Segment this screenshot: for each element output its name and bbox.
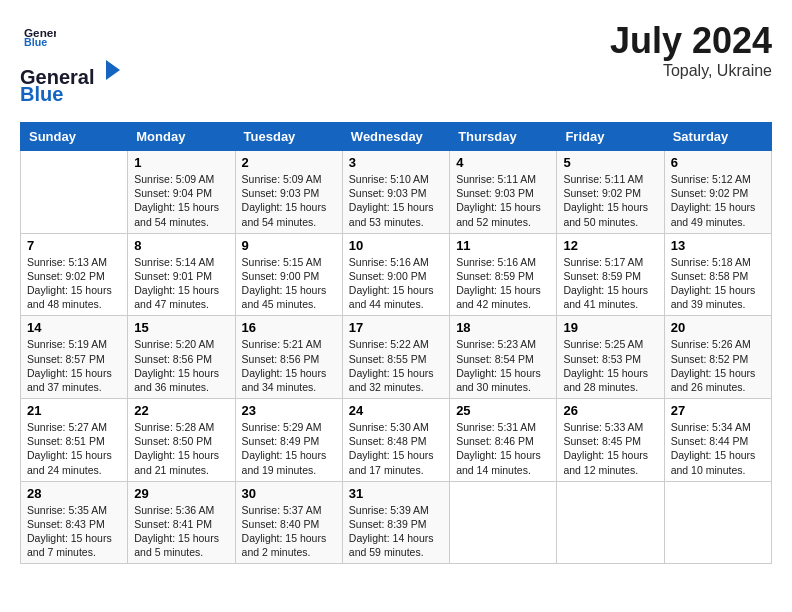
day-number: 28 bbox=[27, 486, 121, 501]
logo-icon: General Blue bbox=[24, 20, 56, 52]
calendar-week-row: 21Sunrise: 5:27 AM Sunset: 8:51 PM Dayli… bbox=[21, 399, 772, 482]
calendar-cell: 20Sunrise: 5:26 AM Sunset: 8:52 PM Dayli… bbox=[664, 316, 771, 399]
calendar-cell: 4Sunrise: 5:11 AM Sunset: 9:03 PM Daylig… bbox=[450, 151, 557, 234]
calendar-cell: 3Sunrise: 5:10 AM Sunset: 9:03 PM Daylig… bbox=[342, 151, 449, 234]
calendar-cell: 11Sunrise: 5:16 AM Sunset: 8:59 PM Dayli… bbox=[450, 233, 557, 316]
cell-info: Sunrise: 5:12 AM Sunset: 9:02 PM Dayligh… bbox=[671, 172, 765, 229]
svg-marker-3 bbox=[106, 60, 120, 80]
cell-info: Sunrise: 5:25 AM Sunset: 8:53 PM Dayligh… bbox=[563, 337, 657, 394]
title-block: July 2024 Topaly, Ukraine bbox=[610, 20, 772, 80]
weekday-header-saturday: Saturday bbox=[664, 123, 771, 151]
cell-info: Sunrise: 5:19 AM Sunset: 8:57 PM Dayligh… bbox=[27, 337, 121, 394]
cell-info: Sunrise: 5:37 AM Sunset: 8:40 PM Dayligh… bbox=[242, 503, 336, 560]
day-number: 23 bbox=[242, 403, 336, 418]
day-number: 31 bbox=[349, 486, 443, 501]
cell-info: Sunrise: 5:16 AM Sunset: 8:59 PM Dayligh… bbox=[456, 255, 550, 312]
day-number: 16 bbox=[242, 320, 336, 335]
calendar-cell: 21Sunrise: 5:27 AM Sunset: 8:51 PM Dayli… bbox=[21, 399, 128, 482]
day-number: 26 bbox=[563, 403, 657, 418]
cell-info: Sunrise: 5:20 AM Sunset: 8:56 PM Dayligh… bbox=[134, 337, 228, 394]
day-number: 12 bbox=[563, 238, 657, 253]
calendar-cell bbox=[450, 481, 557, 564]
calendar-cell bbox=[557, 481, 664, 564]
calendar-cell: 5Sunrise: 5:11 AM Sunset: 9:02 PM Daylig… bbox=[557, 151, 664, 234]
cell-info: Sunrise: 5:28 AM Sunset: 8:50 PM Dayligh… bbox=[134, 420, 228, 477]
calendar-cell: 17Sunrise: 5:22 AM Sunset: 8:55 PM Dayli… bbox=[342, 316, 449, 399]
cell-info: Sunrise: 5:18 AM Sunset: 8:58 PM Dayligh… bbox=[671, 255, 765, 312]
day-number: 19 bbox=[563, 320, 657, 335]
day-number: 20 bbox=[671, 320, 765, 335]
day-number: 24 bbox=[349, 403, 443, 418]
day-number: 29 bbox=[134, 486, 228, 501]
calendar-cell bbox=[664, 481, 771, 564]
cell-info: Sunrise: 5:09 AM Sunset: 9:03 PM Dayligh… bbox=[242, 172, 336, 229]
cell-info: Sunrise: 5:17 AM Sunset: 8:59 PM Dayligh… bbox=[563, 255, 657, 312]
calendar-cell: 8Sunrise: 5:14 AM Sunset: 9:01 PM Daylig… bbox=[128, 233, 235, 316]
logo-arrow-icon bbox=[96, 56, 124, 84]
cell-info: Sunrise: 5:09 AM Sunset: 9:04 PM Dayligh… bbox=[134, 172, 228, 229]
calendar-cell bbox=[21, 151, 128, 234]
weekday-header-monday: Monday bbox=[128, 123, 235, 151]
calendar-cell: 14Sunrise: 5:19 AM Sunset: 8:57 PM Dayli… bbox=[21, 316, 128, 399]
cell-info: Sunrise: 5:15 AM Sunset: 9:00 PM Dayligh… bbox=[242, 255, 336, 312]
day-number: 13 bbox=[671, 238, 765, 253]
day-number: 22 bbox=[134, 403, 228, 418]
calendar-cell: 7Sunrise: 5:13 AM Sunset: 9:02 PM Daylig… bbox=[21, 233, 128, 316]
calendar-cell: 12Sunrise: 5:17 AM Sunset: 8:59 PM Dayli… bbox=[557, 233, 664, 316]
calendar-cell: 18Sunrise: 5:23 AM Sunset: 8:54 PM Dayli… bbox=[450, 316, 557, 399]
day-number: 5 bbox=[563, 155, 657, 170]
cell-info: Sunrise: 5:10 AM Sunset: 9:03 PM Dayligh… bbox=[349, 172, 443, 229]
calendar-cell: 26Sunrise: 5:33 AM Sunset: 8:45 PM Dayli… bbox=[557, 399, 664, 482]
cell-info: Sunrise: 5:11 AM Sunset: 9:03 PM Dayligh… bbox=[456, 172, 550, 229]
weekday-header-tuesday: Tuesday bbox=[235, 123, 342, 151]
calendar-cell: 15Sunrise: 5:20 AM Sunset: 8:56 PM Dayli… bbox=[128, 316, 235, 399]
day-number: 21 bbox=[27, 403, 121, 418]
weekday-header-friday: Friday bbox=[557, 123, 664, 151]
day-number: 2 bbox=[242, 155, 336, 170]
calendar-cell: 27Sunrise: 5:34 AM Sunset: 8:44 PM Dayli… bbox=[664, 399, 771, 482]
cell-info: Sunrise: 5:27 AM Sunset: 8:51 PM Dayligh… bbox=[27, 420, 121, 477]
calendar-cell: 1Sunrise: 5:09 AM Sunset: 9:04 PM Daylig… bbox=[128, 151, 235, 234]
cell-info: Sunrise: 5:34 AM Sunset: 8:44 PM Dayligh… bbox=[671, 420, 765, 477]
calendar-week-row: 28Sunrise: 5:35 AM Sunset: 8:43 PM Dayli… bbox=[21, 481, 772, 564]
cell-info: Sunrise: 5:35 AM Sunset: 8:43 PM Dayligh… bbox=[27, 503, 121, 560]
day-number: 7 bbox=[27, 238, 121, 253]
month-year-title: July 2024 bbox=[610, 20, 772, 62]
cell-info: Sunrise: 5:30 AM Sunset: 8:48 PM Dayligh… bbox=[349, 420, 443, 477]
cell-info: Sunrise: 5:11 AM Sunset: 9:02 PM Dayligh… bbox=[563, 172, 657, 229]
calendar-week-row: 14Sunrise: 5:19 AM Sunset: 8:57 PM Dayli… bbox=[21, 316, 772, 399]
day-number: 3 bbox=[349, 155, 443, 170]
calendar-cell: 10Sunrise: 5:16 AM Sunset: 9:00 PM Dayli… bbox=[342, 233, 449, 316]
calendar-cell: 29Sunrise: 5:36 AM Sunset: 8:41 PM Dayli… bbox=[128, 481, 235, 564]
cell-info: Sunrise: 5:29 AM Sunset: 8:49 PM Dayligh… bbox=[242, 420, 336, 477]
calendar-body: 1Sunrise: 5:09 AM Sunset: 9:04 PM Daylig… bbox=[21, 151, 772, 564]
page-header: General Blue General Blue July 2024 Topa… bbox=[20, 20, 772, 106]
cell-info: Sunrise: 5:16 AM Sunset: 9:00 PM Dayligh… bbox=[349, 255, 443, 312]
day-number: 25 bbox=[456, 403, 550, 418]
weekday-header-row: SundayMondayTuesdayWednesdayThursdayFrid… bbox=[21, 123, 772, 151]
calendar-cell: 25Sunrise: 5:31 AM Sunset: 8:46 PM Dayli… bbox=[450, 399, 557, 482]
day-number: 4 bbox=[456, 155, 550, 170]
day-number: 11 bbox=[456, 238, 550, 253]
calendar-cell: 30Sunrise: 5:37 AM Sunset: 8:40 PM Dayli… bbox=[235, 481, 342, 564]
svg-text:Blue: Blue bbox=[24, 36, 47, 48]
calendar-cell: 28Sunrise: 5:35 AM Sunset: 8:43 PM Dayli… bbox=[21, 481, 128, 564]
calendar-week-row: 1Sunrise: 5:09 AM Sunset: 9:04 PM Daylig… bbox=[21, 151, 772, 234]
cell-info: Sunrise: 5:31 AM Sunset: 8:46 PM Dayligh… bbox=[456, 420, 550, 477]
calendar-table: SundayMondayTuesdayWednesdayThursdayFrid… bbox=[20, 122, 772, 564]
day-number: 15 bbox=[134, 320, 228, 335]
day-number: 27 bbox=[671, 403, 765, 418]
logo: General Blue General Blue bbox=[20, 20, 124, 106]
calendar-cell: 31Sunrise: 5:39 AM Sunset: 8:39 PM Dayli… bbox=[342, 481, 449, 564]
day-number: 1 bbox=[134, 155, 228, 170]
cell-info: Sunrise: 5:13 AM Sunset: 9:02 PM Dayligh… bbox=[27, 255, 121, 312]
calendar-cell: 2Sunrise: 5:09 AM Sunset: 9:03 PM Daylig… bbox=[235, 151, 342, 234]
day-number: 6 bbox=[671, 155, 765, 170]
day-number: 14 bbox=[27, 320, 121, 335]
weekday-header-thursday: Thursday bbox=[450, 123, 557, 151]
cell-info: Sunrise: 5:14 AM Sunset: 9:01 PM Dayligh… bbox=[134, 255, 228, 312]
calendar-cell: 19Sunrise: 5:25 AM Sunset: 8:53 PM Dayli… bbox=[557, 316, 664, 399]
weekday-header-wednesday: Wednesday bbox=[342, 123, 449, 151]
calendar-cell: 6Sunrise: 5:12 AM Sunset: 9:02 PM Daylig… bbox=[664, 151, 771, 234]
calendar-cell: 9Sunrise: 5:15 AM Sunset: 9:00 PM Daylig… bbox=[235, 233, 342, 316]
